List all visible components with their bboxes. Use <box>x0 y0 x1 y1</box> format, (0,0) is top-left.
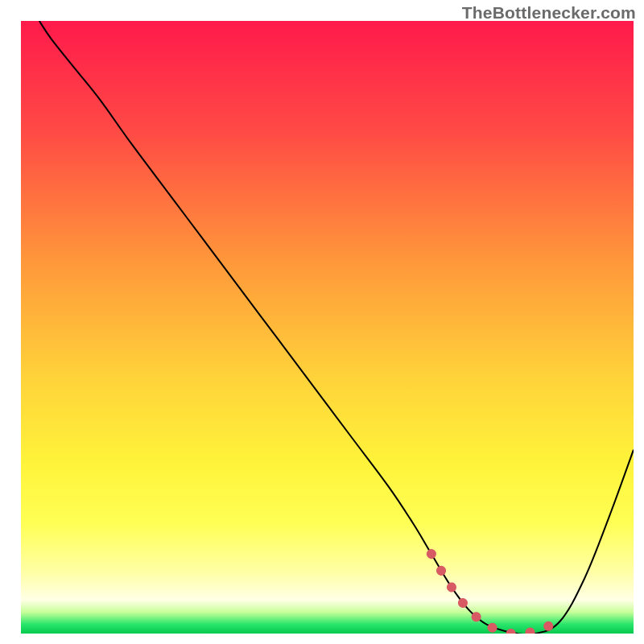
chart-background <box>21 21 634 634</box>
chart-container: TheBottlenecker.com <box>0 0 644 644</box>
attribution-text: TheBottlenecker.com <box>462 3 636 23</box>
chart-svg <box>0 0 644 644</box>
